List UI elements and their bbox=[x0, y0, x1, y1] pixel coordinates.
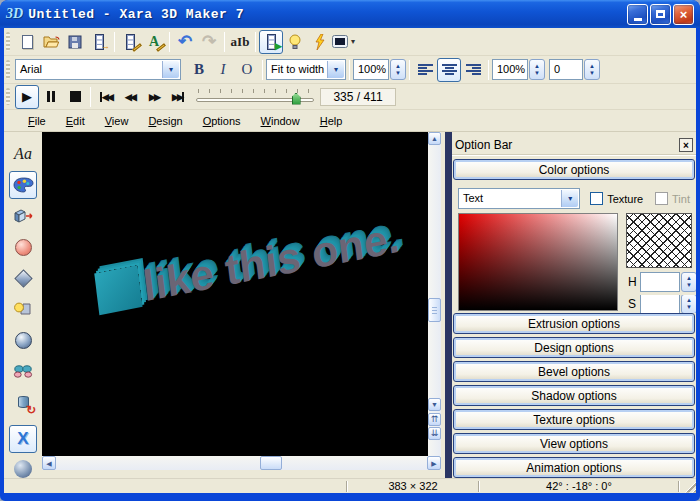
vertical-scroll-thumb[interactable] bbox=[428, 298, 441, 322]
close-button[interactable]: × bbox=[673, 4, 694, 25]
redo-icon: ↷ bbox=[202, 34, 216, 50]
step-forward-button[interactable]: ▶▶ bbox=[142, 85, 166, 109]
redo-button[interactable]: ↷ bbox=[197, 30, 221, 54]
design-options-button[interactable] bbox=[9, 233, 37, 261]
view-options-section-button[interactable]: View options bbox=[453, 433, 695, 454]
minimize-button[interactable] bbox=[627, 4, 648, 25]
menu-file[interactable]: File bbox=[18, 111, 56, 131]
color-options-button[interactable] bbox=[9, 171, 37, 199]
toolbar-grip[interactable] bbox=[6, 60, 10, 79]
display-options-button[interactable]: ▾ bbox=[331, 30, 356, 54]
saturation-spinner[interactable]: ▲▼ bbox=[681, 295, 696, 313]
texture-options-section-button[interactable]: Texture options bbox=[453, 409, 695, 430]
text-edit-button[interactable]: aIb bbox=[228, 30, 252, 54]
pause-button[interactable] bbox=[39, 85, 63, 109]
frame-slider[interactable] bbox=[196, 87, 314, 107]
bold-button[interactable]: B bbox=[187, 58, 211, 82]
lights-button[interactable] bbox=[283, 30, 307, 54]
animation-frames-button[interactable] bbox=[118, 30, 142, 54]
bevel-options-section-button[interactable]: Bevel options bbox=[453, 361, 695, 382]
open-button[interactable] bbox=[39, 30, 63, 54]
rotate-arrow-icon: ↻ bbox=[26, 405, 36, 416]
resize-grip[interactable] bbox=[683, 480, 696, 493]
extrusion-options-button[interactable] bbox=[9, 202, 37, 230]
font-family-select[interactable]: Arial ▾ bbox=[15, 59, 181, 80]
go-start-button[interactable]: ◀◀ bbox=[94, 85, 118, 109]
align-center-button[interactable] bbox=[437, 58, 461, 82]
save-button[interactable] bbox=[63, 30, 87, 54]
menu-view[interactable]: View bbox=[95, 111, 139, 131]
animation-options-button[interactable]: ↻ bbox=[9, 388, 37, 416]
apply-to-select[interactable]: Text ▾ bbox=[458, 188, 580, 209]
char-size-field[interactable]: 100% bbox=[353, 59, 389, 80]
char-size-spinner[interactable]: ▲▼ bbox=[390, 59, 406, 80]
bevel-options-button[interactable] bbox=[9, 264, 37, 292]
animation-options-section-button[interactable]: Animation options bbox=[453, 457, 695, 478]
font-edit-button[interactable]: A bbox=[142, 30, 166, 54]
stop-button[interactable] bbox=[63, 85, 87, 109]
align-right-button[interactable] bbox=[461, 58, 485, 82]
go-end-button[interactable]: ▶▶ bbox=[166, 85, 190, 109]
menu-options[interactable]: Options bbox=[193, 111, 251, 131]
horizontal-scroll-thumb[interactable] bbox=[260, 456, 282, 470]
sphere-icon[interactable] bbox=[14, 460, 32, 478]
scroll-left-button[interactable]: ◀ bbox=[42, 456, 56, 470]
extrusion-options-section-button[interactable]: Extrusion options bbox=[453, 313, 695, 334]
play-button[interactable]: ▶ bbox=[15, 85, 39, 109]
text-options-button[interactable]: Aa bbox=[9, 140, 37, 168]
scroll-down-button[interactable]: ▼ bbox=[428, 398, 441, 411]
color-gradient-picker[interactable] bbox=[458, 213, 618, 311]
export-animation-button[interactable]: → bbox=[87, 30, 111, 54]
view-options-button[interactable] bbox=[9, 357, 37, 385]
outline-button[interactable]: O bbox=[235, 58, 259, 82]
vertical-scrollbar[interactable]: ▲ ▼ ⇈ ⇊ bbox=[428, 132, 441, 456]
menu-window[interactable]: Window bbox=[251, 111, 310, 131]
angle-spinner[interactable]: ▲▼ bbox=[584, 59, 600, 80]
toolbar-grip[interactable] bbox=[6, 88, 10, 106]
menu-help[interactable]: Help bbox=[310, 111, 353, 131]
option-bar-header[interactable]: Option Bar × bbox=[452, 136, 696, 155]
maximize-button[interactable] bbox=[650, 4, 671, 25]
color-options-section-button[interactable]: Color options bbox=[453, 159, 695, 180]
page-up-button[interactable]: ⇈ bbox=[428, 413, 441, 426]
play-overlay-icon: ▶ bbox=[275, 42, 282, 51]
hue-spinner[interactable]: ▲▼ bbox=[681, 272, 696, 292]
zoom-mode-value: Fit to width bbox=[267, 60, 326, 79]
page-down-button[interactable]: ⇊ bbox=[428, 427, 441, 440]
menu-design[interactable]: Design bbox=[138, 111, 192, 131]
xara-home-button[interactable]: X bbox=[9, 425, 37, 453]
slider-thumb[interactable] bbox=[292, 93, 301, 105]
texture-options-button[interactable] bbox=[9, 326, 37, 354]
animation-preview-button[interactable]: ▶ bbox=[259, 30, 283, 54]
scroll-right-button[interactable]: ▶ bbox=[427, 456, 441, 470]
texture-checkbox[interactable] bbox=[590, 192, 603, 205]
angle-field[interactable]: 0 bbox=[549, 59, 583, 80]
panel-splitter[interactable] bbox=[445, 132, 452, 478]
zoom-mode-select[interactable]: Fit to width ▾ bbox=[266, 59, 346, 80]
shadow-options-button[interactable] bbox=[9, 295, 37, 323]
shadow-options-section-button[interactable]: Shadow options bbox=[453, 385, 695, 406]
scroll-up-button[interactable]: ▲ bbox=[428, 132, 441, 145]
button-shape-icon bbox=[15, 239, 32, 256]
step-back-button[interactable]: ◀◀ bbox=[118, 85, 142, 109]
option-bar-close-button[interactable]: × bbox=[679, 138, 693, 152]
tint-checkbox[interactable] bbox=[655, 192, 668, 205]
undo-button[interactable]: ↶ bbox=[173, 30, 197, 54]
italic-button[interactable]: I bbox=[211, 58, 235, 82]
saturation-field[interactable] bbox=[640, 295, 680, 313]
toolbar-grip[interactable] bbox=[6, 32, 10, 51]
save-icon bbox=[68, 35, 82, 49]
horizontal-scrollbar[interactable]: ◀ ▶ bbox=[42, 456, 441, 470]
hue-field[interactable] bbox=[640, 272, 680, 292]
new-document-button[interactable] bbox=[15, 30, 39, 54]
spin-up-icon: ▲ bbox=[534, 63, 540, 70]
window-title: Untitled - Xara 3D Maker 7 bbox=[28, 7, 622, 22]
menu-edit[interactable]: Edit bbox=[56, 111, 95, 131]
canvas[interactable]: like this one. bbox=[42, 132, 428, 456]
title-bar[interactable]: 3D Untitled - Xara 3D Maker 7 × bbox=[0, 0, 700, 28]
aspect-field[interactable]: 100% bbox=[492, 59, 528, 80]
design-options-section-button[interactable]: Design options bbox=[453, 337, 695, 358]
flash-button[interactable] bbox=[307, 30, 331, 54]
align-left-button[interactable] bbox=[413, 58, 437, 82]
aspect-spinner[interactable]: ▲▼ bbox=[529, 59, 545, 80]
